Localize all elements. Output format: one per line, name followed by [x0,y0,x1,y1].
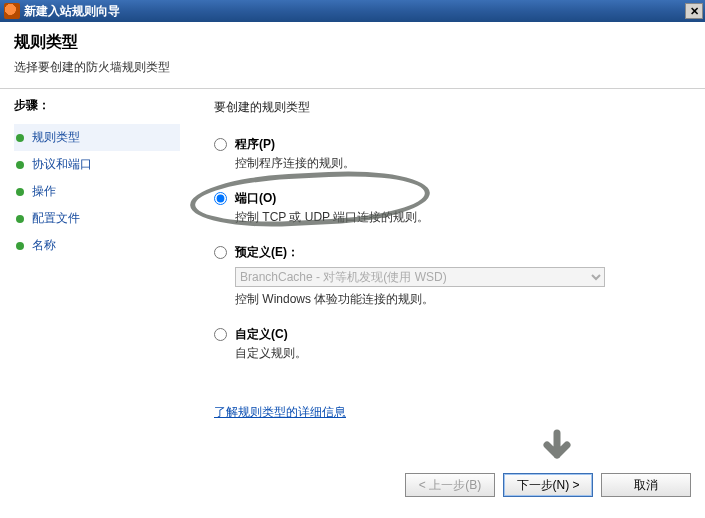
firewall-wizard-icon [4,3,20,19]
main-panel: 要创建的规则类型 程序(P) 控制程序连接的规则。 端口(O) 控制 TCP 或… [186,89,705,509]
button-row: < 上一步(B) 下一步(N) > 取消 [405,473,691,497]
radio-port[interactable] [214,192,227,205]
steps-heading: 步骤： [14,97,180,114]
option-custom[interactable]: 自定义(C) 自定义规则。 [214,326,687,362]
next-button[interactable]: 下一步(N) > [503,473,593,497]
option-custom-desc: 自定义规则。 [235,345,687,362]
step-bullet-icon [16,161,24,169]
step-label: 规则类型 [32,129,80,146]
option-port-label: 端口(O) [235,190,687,207]
step-name[interactable]: 名称 [14,232,180,259]
step-bullet-icon [16,134,24,142]
step-label: 操作 [32,183,56,200]
step-label: 协议和端口 [32,156,92,173]
radio-custom[interactable] [214,328,227,341]
step-action[interactable]: 操作 [14,178,180,205]
predefined-dropdown-wrap: BranchCache - 对等机发现(使用 WSD) [235,267,605,287]
page-subtitle: 选择要创建的防火墙规则类型 [14,59,691,76]
main-heading: 要创建的规则类型 [214,99,687,116]
annotation-arrow [537,429,577,469]
wizard-body: 步骤： 规则类型 协议和端口 操作 配置文件 名称 要创建的规则类型 程序(P [0,89,705,509]
option-predefined-label: 预定义(E)： [235,244,687,261]
option-program-desc: 控制程序连接的规则。 [235,155,687,172]
step-label: 名称 [32,237,56,254]
window-title: 新建入站规则向导 [24,3,685,20]
back-button[interactable]: < 上一步(B) [405,473,495,497]
option-predefined-desc: 控制 Windows 体验功能连接的规则。 [235,291,687,308]
step-label: 配置文件 [32,210,80,227]
option-program[interactable]: 程序(P) 控制程序连接的规则。 [214,136,687,172]
step-bullet-icon [16,188,24,196]
step-rule-type[interactable]: 规则类型 [14,124,180,151]
option-custom-label: 自定义(C) [235,326,687,343]
predefined-dropdown[interactable]: BranchCache - 对等机发现(使用 WSD) [235,267,605,287]
wizard-header: 规则类型 选择要创建的防火墙规则类型 [0,22,705,84]
option-predefined[interactable]: 预定义(E)： BranchCache - 对等机发现(使用 WSD) 控制 W… [214,244,687,308]
step-bullet-icon [16,215,24,223]
step-profile[interactable]: 配置文件 [14,205,180,232]
option-port[interactable]: 端口(O) 控制 TCP 或 UDP 端口连接的规则。 [214,190,687,226]
cancel-button[interactable]: 取消 [601,473,691,497]
option-port-desc: 控制 TCP 或 UDP 端口连接的规则。 [235,209,687,226]
close-button[interactable]: ✕ [685,3,703,19]
radio-predefined[interactable] [214,246,227,259]
help-link[interactable]: 了解规则类型的详细信息 [214,404,346,421]
step-bullet-icon [16,242,24,250]
titlebar: 新建入站规则向导 ✕ [0,0,705,22]
radio-program[interactable] [214,138,227,151]
option-program-label: 程序(P) [235,136,687,153]
step-protocol-port[interactable]: 协议和端口 [14,151,180,178]
page-title: 规则类型 [14,32,691,53]
steps-sidebar: 步骤： 规则类型 协议和端口 操作 配置文件 名称 [0,89,186,509]
